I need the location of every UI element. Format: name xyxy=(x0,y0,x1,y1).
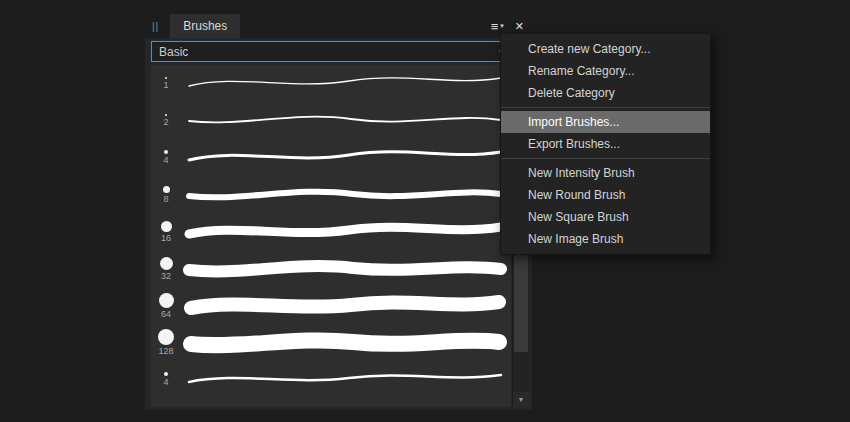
panel-header: || Brushes ≡ ▾ ✕ xyxy=(145,14,532,38)
brush-stroke-preview xyxy=(181,65,511,102)
brush-tip-column: 1 xyxy=(151,77,181,90)
panel-drag-grip-icon[interactable]: || xyxy=(145,14,164,38)
brushes-panel-menu: Create new Category... Rename Category..… xyxy=(500,33,711,255)
brush-tip-column: 8 xyxy=(151,186,181,204)
brush-tip-dot xyxy=(163,186,170,193)
brush-size-label: 16 xyxy=(161,234,171,243)
brush-size-label: 1 xyxy=(163,81,168,90)
brush-list: 1 2 4 8 xyxy=(151,65,511,407)
brush-stroke-preview xyxy=(181,250,511,287)
brush-tip-column: 4 xyxy=(151,150,181,165)
brush-size-label: 4 xyxy=(163,156,168,165)
category-select-value: Basic xyxy=(159,45,188,59)
menu-separator xyxy=(501,158,710,159)
brush-stroke-preview xyxy=(181,213,511,250)
close-icon: ✕ xyxy=(515,20,524,33)
menu-item-create-new-category[interactable]: Create new Category... xyxy=(501,38,710,60)
brush-stroke-preview xyxy=(181,176,511,213)
brush-list-item-128[interactable]: 128 xyxy=(151,324,511,361)
brush-tip-dot xyxy=(159,293,174,308)
header-spacer xyxy=(240,14,485,38)
scroll-down-arrow-icon: ▼ xyxy=(518,396,525,403)
menu-item-new-square-brush[interactable]: New Square Brush xyxy=(501,206,710,228)
brush-stroke-preview xyxy=(181,102,511,139)
brush-size-label: 4 xyxy=(163,378,168,387)
brush-tip-dot xyxy=(164,372,168,376)
brush-tip-dot xyxy=(161,221,172,232)
brush-tip-column: 32 xyxy=(151,257,181,281)
brush-list-item-1[interactable]: 1 xyxy=(151,65,511,102)
scroll-down-button[interactable]: ▼ xyxy=(513,392,529,407)
brush-list-item-8[interactable]: 8 xyxy=(151,176,511,213)
brush-tip-column: 16 xyxy=(151,221,181,243)
menu-item-new-intensity-brush[interactable]: New Intensity Brush xyxy=(501,162,710,184)
brush-size-label: 32 xyxy=(161,272,171,281)
category-select[interactable]: Basic ▾ xyxy=(151,41,511,62)
menu-item-rename-category[interactable]: Rename Category... xyxy=(501,60,710,82)
brush-tip-column: 4 xyxy=(151,372,181,387)
brush-size-label: 128 xyxy=(158,347,173,356)
application-background: || Brushes ≡ ▾ ✕ Basic ▾ 1 xyxy=(0,0,850,422)
brush-size-label: 64 xyxy=(161,310,171,319)
brush-stroke-preview xyxy=(181,361,511,398)
brush-tip-dot xyxy=(165,77,167,79)
menu-item-new-round-brush[interactable]: New Round Brush xyxy=(501,184,710,206)
brush-stroke-preview xyxy=(181,139,511,176)
menu-separator xyxy=(501,107,710,108)
menu-item-delete-category[interactable]: Delete Category xyxy=(501,82,710,104)
brush-tip-dot xyxy=(164,150,168,154)
menu-item-export-brushes[interactable]: Export Brushes... xyxy=(501,133,710,155)
brush-stroke-preview xyxy=(181,324,511,361)
tab-brushes[interactable]: Brushes xyxy=(170,14,240,38)
hamburger-menu-icon: ≡ xyxy=(491,20,499,33)
brush-list-item-2[interactable]: 2 xyxy=(151,102,511,139)
brush-tip-dot xyxy=(160,257,173,270)
brush-list-item-4b[interactable]: 4 xyxy=(151,361,511,398)
brush-tip-dot xyxy=(165,114,167,116)
brush-list-item-4[interactable]: 4 xyxy=(151,139,511,176)
brush-list-item-64[interactable]: 64 xyxy=(151,287,511,324)
brush-list-item-32[interactable]: 32 xyxy=(151,250,511,287)
menu-item-import-brushes[interactable]: Import Brushes... xyxy=(501,111,710,133)
brushes-panel: || Brushes ≡ ▾ ✕ Basic ▾ 1 xyxy=(145,14,532,410)
brush-tip-column: 64 xyxy=(151,293,181,319)
brush-tip-column: 128 xyxy=(151,329,181,356)
brush-size-label: 2 xyxy=(163,118,168,127)
brush-tip-dot xyxy=(158,329,174,345)
brush-tip-column: 2 xyxy=(151,114,181,127)
brush-stroke-preview xyxy=(181,287,511,324)
menu-item-new-image-brush[interactable]: New Image Brush xyxy=(501,228,710,250)
brush-size-label: 8 xyxy=(163,195,168,204)
tab-label: Brushes xyxy=(183,19,227,33)
chevron-down-icon: ▾ xyxy=(500,22,504,30)
brush-list-item-16[interactable]: 16 xyxy=(151,213,511,250)
